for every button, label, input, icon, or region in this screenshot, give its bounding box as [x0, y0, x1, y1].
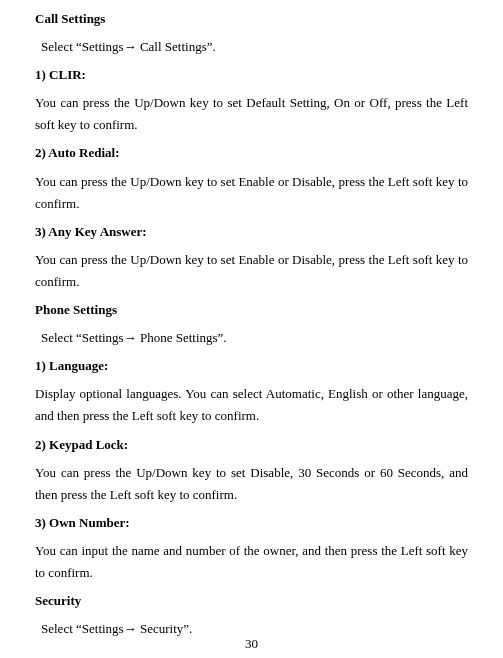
item-title-language: 1) Language:	[35, 355, 468, 377]
nav-phone-settings: Select “Settings→ Phone Settings”.	[41, 327, 468, 349]
item-title-keypad-lock: 2) Keypad Lock:	[35, 434, 468, 456]
page-number: 30	[0, 636, 503, 652]
section-security: Security Select “Settings→ Security”.	[35, 590, 468, 640]
nav-call-settings: Select “Settings→ Call Settings”.	[41, 36, 468, 58]
item-body-keypad-lock: You can press the Up/Down key to set Dis…	[35, 462, 468, 506]
item-body-auto-redial: You can press the Up/Down key to set Ena…	[35, 171, 468, 215]
item-body-any-key-answer: You can press the Up/Down key to set Ena…	[35, 249, 468, 293]
item-title-clir: 1) CLIR:	[35, 64, 468, 86]
heading-security: Security	[35, 590, 468, 612]
document-page: Call Settings Select “Settings→ Call Set…	[0, 0, 503, 658]
heading-call-settings: Call Settings	[35, 8, 468, 30]
heading-phone-settings: Phone Settings	[35, 299, 468, 321]
item-title-own-number: 3) Own Number:	[35, 512, 468, 534]
item-title-auto-redial: 2) Auto Redial:	[35, 142, 468, 164]
section-call-settings: Call Settings Select “Settings→ Call Set…	[35, 8, 468, 293]
item-body-clir: You can press the Up/Down key to set Def…	[35, 92, 468, 136]
item-title-any-key-answer: 3) Any Key Answer:	[35, 221, 468, 243]
item-body-own-number: You can input the name and number of the…	[35, 540, 468, 584]
item-body-language: Display optional languages. You can sele…	[35, 383, 468, 427]
section-phone-settings: Phone Settings Select “Settings→ Phone S…	[35, 299, 468, 584]
